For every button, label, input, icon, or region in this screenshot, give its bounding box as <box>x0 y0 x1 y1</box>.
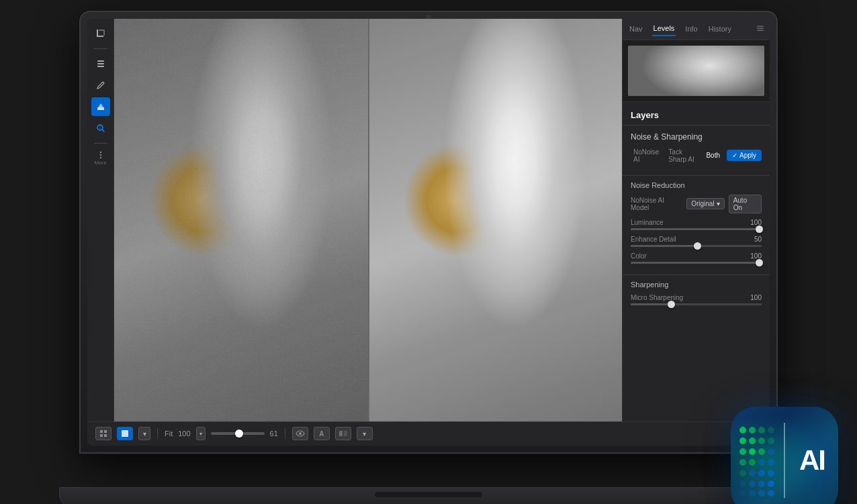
svg-point-53 <box>758 490 765 497</box>
more-tool-icon[interactable]: More <box>91 149 110 168</box>
toolbar-sep-1 <box>157 428 158 439</box>
compare-btn[interactable] <box>335 427 351 440</box>
svg-rect-5 <box>97 63 104 64</box>
tab-nav[interactable]: Nav <box>628 22 644 36</box>
layers-title: Layers <box>631 110 659 120</box>
model-value: Original <box>691 200 714 207</box>
model-label: NoNoise AI Model <box>631 197 682 211</box>
svg-point-32 <box>749 438 756 444</box>
search-tool-icon[interactable] <box>91 119 110 138</box>
svg-rect-15 <box>628 46 764 96</box>
svg-rect-3 <box>103 30 105 36</box>
tab-levels[interactable]: Levels <box>652 21 676 36</box>
svg-rect-19 <box>100 430 103 433</box>
brush-tool-icon[interactable] <box>91 76 110 95</box>
zoom-slider-thumb[interactable] <box>235 430 243 438</box>
color-thumb[interactable] <box>756 259 763 266</box>
ai-app-icon: AI <box>731 407 838 505</box>
svg-point-11 <box>99 157 101 158</box>
frame-number: 61 <box>270 430 278 438</box>
svg-rect-1 <box>97 36 103 37</box>
left-toolbar: More <box>87 19 114 421</box>
grid-view-btn[interactable] <box>95 427 111 440</box>
right-panel: Nav Levels Info History <box>622 19 770 421</box>
tool-separator-2 <box>94 143 107 144</box>
svg-rect-0 <box>97 30 98 36</box>
microsharp-slider-row: Micro Sharpening 100 <box>631 294 762 305</box>
svg-point-36 <box>749 448 756 455</box>
crop-tool-icon[interactable] <box>91 24 110 43</box>
svg-point-30 <box>768 427 774 434</box>
tab-history[interactable]: History <box>707 22 733 36</box>
bird-canvas <box>114 19 622 421</box>
svg-point-52 <box>749 490 756 497</box>
svg-rect-20 <box>104 430 107 433</box>
ns-tab-tack[interactable]: Tack Sharp AI <box>666 147 699 164</box>
microsharp-fill <box>631 303 670 305</box>
ns-tab-nonoise[interactable]: NoNoise AI <box>631 147 662 164</box>
model-chevron-icon: ▾ <box>717 200 720 207</box>
svg-point-40 <box>749 459 756 466</box>
svg-point-45 <box>758 470 765 476</box>
model-select[interactable]: Original ▾ <box>686 198 724 209</box>
svg-point-51 <box>739 490 746 497</box>
ai-icon-text: AI <box>799 444 825 476</box>
detail-slider-row: Enhance Detail 50 <box>631 236 762 247</box>
split-btn[interactable]: ▾ <box>357 427 373 440</box>
svg-point-35 <box>739 448 746 455</box>
single-view-btn[interactable] <box>117 427 133 440</box>
svg-rect-25 <box>339 431 343 436</box>
color-value: 100 <box>750 252 762 260</box>
ai-icon-divider <box>784 423 785 498</box>
layers-tool-icon[interactable] <box>91 54 110 73</box>
svg-point-49 <box>758 481 765 487</box>
svg-point-42 <box>768 459 774 466</box>
svg-point-10 <box>99 154 101 156</box>
thumbnail-container <box>623 40 770 102</box>
svg-point-24 <box>299 432 302 435</box>
eraser-tool-icon[interactable] <box>91 97 110 116</box>
detail-thumb[interactable] <box>694 242 701 250</box>
microsharp-label: Micro Sharpening <box>631 294 683 301</box>
svg-point-54 <box>768 490 774 497</box>
svg-point-50 <box>768 481 774 487</box>
zoom-label: Fit <box>165 430 173 438</box>
ns-tab-both[interactable]: Both <box>703 150 723 160</box>
svg-rect-26 <box>344 431 347 436</box>
luminance-slider[interactable] <box>631 228 762 230</box>
tab-info[interactable]: Info <box>684 22 698 36</box>
color-slider[interactable] <box>631 262 762 264</box>
luminance-slider-row: Luminance 100 <box>631 219 762 230</box>
zoom-slider[interactable] <box>211 432 265 435</box>
detail-value: 50 <box>754 236 762 243</box>
luminance-value: 100 <box>750 219 762 226</box>
svg-point-31 <box>739 438 746 444</box>
svg-point-39 <box>739 459 746 466</box>
canvas-left <box>114 19 368 421</box>
zoom-dropdown-btn[interactable]: ▾ <box>196 427 206 440</box>
color-label: Color <box>631 252 647 260</box>
detail-slider[interactable] <box>631 245 762 247</box>
auto-on-button[interactable]: Auto On <box>729 195 762 213</box>
luminance-thumb[interactable] <box>756 225 763 233</box>
ai-icon-background: AI <box>731 407 838 505</box>
apply-button[interactable]: ✓ Apply <box>727 150 762 161</box>
split-divider[interactable] <box>368 19 369 421</box>
laptop-base <box>59 487 798 505</box>
sharp-section: Sharpening Micro Sharpening 100 <box>623 275 770 316</box>
microsharp-thumb[interactable] <box>668 301 675 308</box>
svg-point-47 <box>739 481 746 487</box>
svg-point-33 <box>758 438 765 444</box>
svg-rect-22 <box>104 434 107 437</box>
tool-separator-1 <box>94 48 107 49</box>
app-container: More <box>87 19 770 446</box>
text-btn[interactable]: A <box>314 427 330 440</box>
canvas-right <box>368 19 622 421</box>
svg-point-34 <box>768 438 774 444</box>
eye-btn[interactable] <box>292 427 308 440</box>
view-toggle-btn[interactable]: ▾ <box>138 427 150 440</box>
panel-menu-icon[interactable] <box>756 24 764 34</box>
microsharp-slider[interactable] <box>631 303 762 305</box>
toolbar-sep-2 <box>285 428 285 439</box>
svg-rect-2 <box>99 30 104 31</box>
